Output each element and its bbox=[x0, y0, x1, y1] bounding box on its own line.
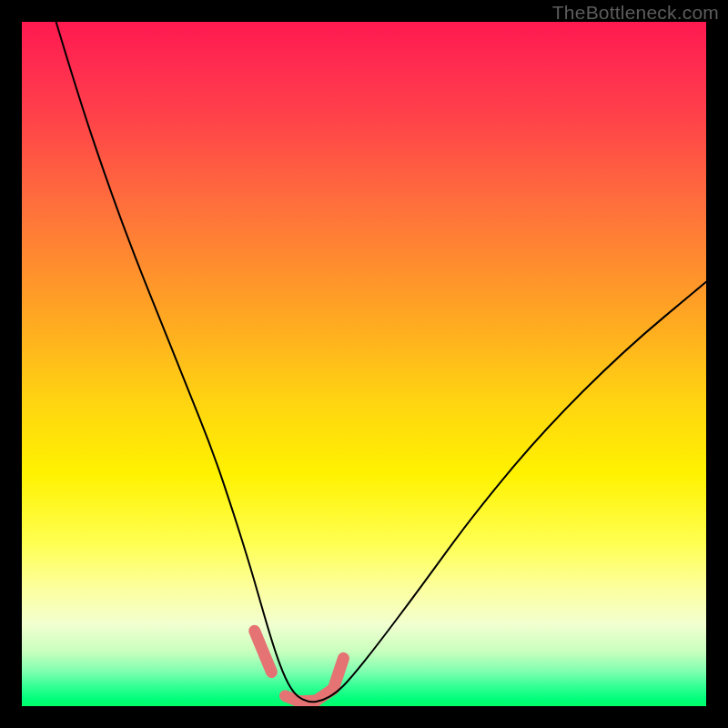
marker-cluster bbox=[255, 631, 344, 701]
plot-area bbox=[22, 22, 706, 706]
watermark-text: TheBottleneck.com bbox=[552, 2, 719, 24]
marker-segment bbox=[333, 658, 343, 689]
chart-frame: TheBottleneck.com bbox=[0, 0, 728, 728]
bottleneck-curve bbox=[56, 22, 706, 702]
marker-segment bbox=[255, 631, 272, 672]
curve-layer bbox=[22, 22, 706, 706]
